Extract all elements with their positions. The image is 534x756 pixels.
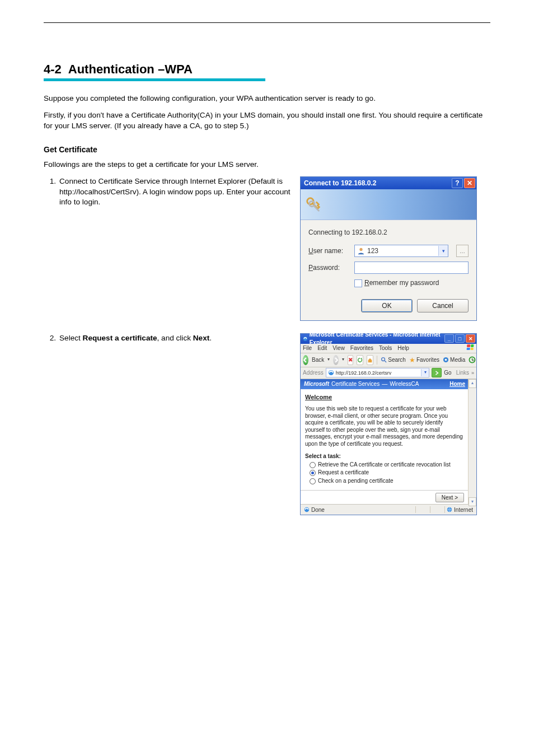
ie-page-icon (328, 370, 334, 376)
svg-point-4 (382, 358, 385, 361)
menu-help[interactable]: Help (397, 344, 409, 352)
keys-icon (305, 196, 322, 213)
home-link[interactable]: Home (449, 380, 465, 388)
vertical-scrollbar[interactable]: ▴ ▾ (468, 379, 476, 505)
star-icon: ★ (409, 356, 415, 365)
window-minimize-button[interactable]: _ (444, 334, 454, 343)
radio-check-pending[interactable] (310, 478, 316, 484)
username-dropdown-button[interactable]: ▾ (438, 246, 448, 256)
status-done: Done (311, 506, 325, 514)
media-label: Media (450, 356, 465, 364)
menu-tools[interactable]: Tools (379, 344, 392, 352)
menu-file[interactable]: File (303, 344, 312, 352)
remember-label: emember my password (369, 279, 439, 287)
welcome-blurb: You use this web site to request a certi… (305, 405, 464, 447)
forward-button[interactable] (333, 355, 339, 365)
address-label: Address (303, 369, 324, 377)
next-button[interactable]: Next > (435, 493, 464, 503)
username-value: 123 (367, 246, 378, 255)
cancel-button[interactable]: Cancel (417, 299, 469, 312)
links-overflow[interactable]: » (471, 370, 474, 376)
certsrv-footer: Next > (301, 490, 469, 504)
ie-titlebar: Microsoft Certificate Services - Microso… (301, 334, 476, 344)
radio-request-cert[interactable] (310, 470, 316, 476)
back-dropdown[interactable]: ▾ (327, 357, 330, 363)
back-label[interactable]: Back (312, 356, 324, 364)
banner-ca-name: WirelessCA (390, 380, 419, 388)
connect-dialog-title: Connect to 192.168.0.2 (304, 179, 376, 188)
username-label: ser name: (313, 247, 343, 255)
window-maximize-button[interactable]: □ (455, 334, 465, 343)
accent-rule (44, 78, 265, 81)
address-input[interactable]: http://192.168.0.2/certsrv ▾ (326, 368, 430, 377)
section-title: Authentication –WPA (68, 62, 193, 77)
ie-addressbar: Address http://192.168.0.2/certsrv ▾ Go (301, 367, 476, 379)
welcome-heading: Welcome (305, 394, 464, 402)
password-input[interactable] (354, 262, 469, 274)
step2-text: Select Request a certificate, and click … (59, 333, 294, 343)
go-button[interactable] (432, 368, 442, 377)
username-more-button[interactable]: … (456, 245, 469, 257)
favorites-button[interactable]: ★ Favorites (409, 356, 439, 365)
radio-request-cert-label: Request a certificate (318, 469, 369, 477)
step1-num: 1. (44, 176, 56, 207)
search-button[interactable]: Search (381, 356, 406, 364)
media-button[interactable]: Media (443, 356, 465, 364)
titlebar-close-button[interactable]: ✕ (464, 178, 475, 188)
connect-dialog: Connect to 192.168.0.2 ? ✕ (300, 176, 477, 320)
username-combobox[interactable]: 123 ▾ (354, 245, 448, 257)
refresh-button[interactable] (357, 355, 363, 365)
window-close-button[interactable]: ✕ (466, 334, 475, 343)
radio-retrieve-ca[interactable] (310, 462, 316, 468)
connect-dialog-banner (301, 189, 476, 220)
ie-statusbar: Done Internet (301, 504, 476, 515)
ok-button[interactable]: OK (361, 299, 413, 312)
menu-view[interactable]: View (332, 344, 345, 352)
svg-point-2 (359, 248, 362, 251)
scroll-up-button[interactable]: ▴ (469, 379, 476, 388)
ie-app-icon (303, 336, 308, 342)
search-label: Search (388, 356, 406, 364)
favorites-label: Favorites (416, 356, 439, 364)
back-button[interactable] (303, 355, 308, 365)
connect-dialog-titlebar: Connect to 192.168.0.2 ? ✕ (301, 177, 476, 189)
select-task-heading: Select a task: (305, 453, 464, 460)
password-label: assword: (313, 264, 340, 272)
banner-svc: Certificate Services (331, 380, 380, 388)
ie-content-area: ▴ ▾ Microsoft Certificate Services — Wir… (301, 379, 476, 505)
toolbar-overflow[interactable]: » (472, 357, 475, 363)
svg-point-6 (445, 359, 447, 361)
page-top-rule (44, 22, 490, 23)
stop-button[interactable]: ✖ (348, 355, 353, 365)
step2-num: 2. (44, 333, 56, 343)
subhead-followings: Followings are the steps to get a certif… (44, 160, 490, 170)
connecting-text: Connecting to 192.168.0.2 (308, 228, 469, 237)
go-label: Go (444, 369, 451, 377)
remember-checkbox[interactable] (354, 279, 362, 287)
globe-icon (447, 507, 452, 512)
certsrv-banner: Microsoft Certificate Services — Wireles… (301, 379, 469, 389)
links-label[interactable]: Links (456, 369, 469, 377)
intro-para-1: Suppose you completed the following conf… (44, 94, 490, 104)
menu-edit[interactable]: Edit (317, 344, 327, 352)
windows-flag-icon (467, 344, 475, 351)
status-ie-icon (304, 507, 310, 512)
intro-para-2: Firstly, if you don't have a Certificate… (44, 110, 490, 131)
subhead-get-cert: Get Certificate (44, 144, 490, 155)
scroll-down-button[interactable]: ▾ (469, 497, 476, 506)
address-dropdown[interactable]: ▾ (421, 369, 429, 376)
banner-ms: Microsoft (304, 380, 329, 388)
radio-retrieve-ca-label: Retrieve the CA certificate or certifica… (318, 461, 451, 469)
ie-toolbar: Back ▾ ▾ ✖ (301, 353, 476, 367)
forward-dropdown[interactable]: ▾ (342, 357, 344, 363)
avatar-icon (357, 247, 365, 255)
section-number: 4-2 (44, 62, 62, 77)
status-zone: Internet (454, 506, 473, 514)
home-button[interactable] (367, 355, 373, 365)
ie-menubar: File Edit View Favorites Tools Help (301, 344, 476, 353)
ie-window: Microsoft Certificate Services - Microso… (300, 333, 477, 516)
menu-favorites[interactable]: Favorites (350, 344, 373, 352)
step1-text: Connect to Certificate Service through I… (59, 176, 294, 207)
titlebar-help-button[interactable]: ? (452, 178, 463, 188)
radio-check-pending-label: Check on a pending certificate (318, 478, 394, 485)
